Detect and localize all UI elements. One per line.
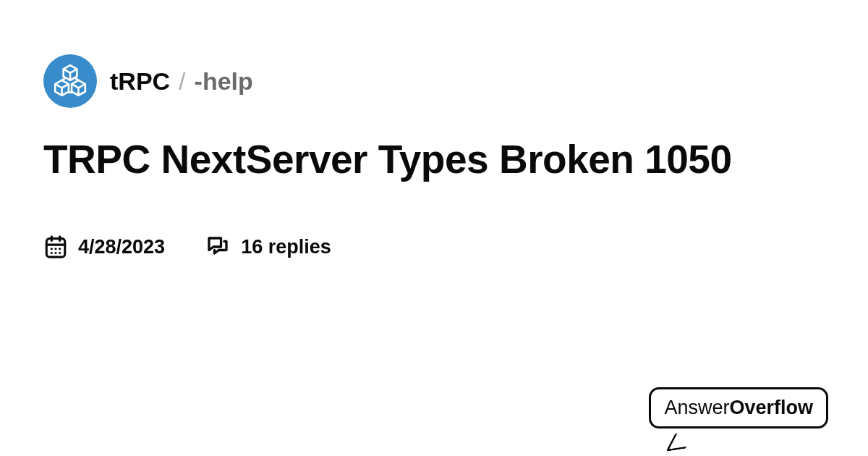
page-title: TRPC NextServer Types Broken 1050 [43, 135, 803, 183]
date-text: 4/28/2023 [78, 236, 165, 258]
header-row: tRPC / -help [43, 54, 825, 108]
replies-icon [205, 234, 231, 260]
brand-bubble: AnswerOverflow [649, 387, 828, 428]
brand-logo: AnswerOverflow [649, 387, 828, 428]
trpc-logo [43, 54, 97, 108]
breadcrumb: tRPC / -help [110, 67, 253, 96]
cubes-icon [51, 62, 89, 100]
breadcrumb-channel: -help [195, 67, 253, 96]
meta-date: 4/28/2023 [43, 235, 165, 259]
meta-row: 4/28/2023 16 replies [43, 234, 825, 260]
meta-replies: 16 replies [205, 234, 331, 260]
brand-part2: Overflow [729, 397, 813, 418]
replies-text: 16 replies [241, 236, 331, 258]
calendar-icon [43, 235, 68, 259]
brand-part1: Answer [664, 397, 729, 418]
breadcrumb-separator: / [179, 67, 185, 96]
breadcrumb-org: tRPC [110, 67, 170, 96]
